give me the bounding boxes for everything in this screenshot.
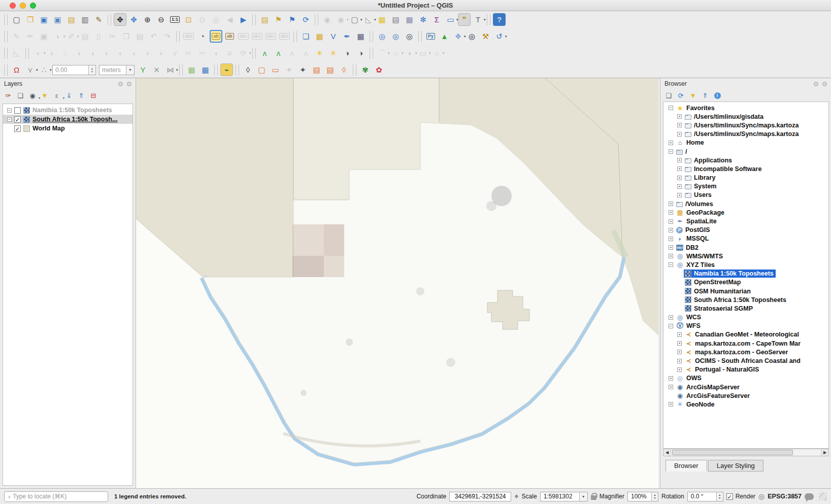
browser-item-xyz-tiles[interactable]: −XYZ Tiles: [663, 260, 828, 269]
browser-item-maps-kartoza-com-capetown-mar[interactable]: +maps.kartoza.com - CapeTown Mar: [663, 339, 828, 348]
undo-redo-panel-dropdown-arrow[interactable]: ▾: [505, 35, 509, 39]
browser-item-library[interactable]: +Library: [663, 174, 828, 182]
browser-item-home[interactable]: +Home: [663, 139, 828, 147]
reshape-features-button[interactable]: ◖: [141, 47, 154, 59]
nib-tool-button[interactable]: ◊: [242, 63, 254, 76]
expander[interactable]: +: [669, 141, 673, 145]
filter-by-expression-button[interactable]: ε▾: [52, 90, 62, 100]
scale-dropdown-arrow[interactable]: ▼: [579, 492, 587, 501]
expander[interactable]: +: [677, 332, 682, 337]
book-add-button[interactable]: ▤: [324, 63, 337, 76]
rotation-spinner[interactable]: ▲▼: [716, 492, 723, 501]
new-shapefile-layer-button[interactable]: V: [327, 30, 340, 43]
fill-ring-button[interactable]: ◖: [100, 47, 113, 59]
decrease-brightness-button[interactable]: ☀: [327, 47, 340, 59]
layer-item-namibia-1-50k-toposheets[interactable]: −Namibia 1:50k Toposheets: [3, 106, 132, 115]
measure-line-button[interactable]: ▭▾: [444, 13, 457, 26]
browser-item-mssql[interactable]: +MSSQL: [663, 234, 828, 243]
undo-redo-panel-button[interactable]: ↺▾: [493, 30, 506, 43]
browser-item-stratosaerial-sgmp[interactable]: Stratosaerial SGMP: [663, 304, 828, 313]
increase-brightness-button[interactable]: ☀: [313, 47, 326, 59]
browser-item-spatialite[interactable]: +SpatiaLite: [663, 217, 828, 225]
redo-button[interactable]: ↷: [161, 30, 174, 43]
pan-map-button[interactable]: ✥: [114, 13, 126, 26]
browser-item-volumes[interactable]: +/Volumes: [663, 199, 828, 208]
modify-attributes-button[interactable]: ▤: [79, 30, 91, 43]
toggle-editing-button[interactable]: ✏: [24, 30, 37, 43]
simplify-feature-button[interactable]: ○: [59, 47, 72, 59]
zoom-next-button[interactable]: ▶: [237, 13, 250, 26]
scrollbar-thumb[interactable]: [672, 450, 793, 455]
magnifier-spinner[interactable]: ▲▼: [651, 492, 658, 501]
zoom-to-layer-button[interactable]: ◎: [210, 13, 222, 26]
expander[interactable]: +: [669, 315, 673, 320]
browser-item-south-africa-1-50k-toposheets[interactable]: South Africa 1:50k Toposheets: [663, 295, 828, 304]
snap-tolerance[interactable]: 0.00▲▼: [52, 65, 96, 75]
statistical-summary-button[interactable]: Σ: [430, 13, 443, 26]
map-tips-button[interactable]: ❞: [458, 13, 471, 26]
draw-regular-polygon-button[interactable]: ○▾: [430, 47, 443, 59]
expander[interactable]: +: [677, 359, 682, 363]
minimize-window-button[interactable]: [20, 3, 26, 9]
new-spatial-bookmark-button[interactable]: ▤: [258, 13, 271, 26]
offset-curve-button[interactable]: ◗: [155, 47, 168, 59]
add-selected-layers-button[interactable]: ❏: [663, 90, 674, 100]
run-feature-action-button[interactable]: ◉▾: [335, 13, 347, 26]
disable-snapping-x-button[interactable]: ✕: [150, 63, 163, 76]
text-annotation-dropdown-arrow[interactable]: ▾: [484, 18, 488, 22]
vertex-align-button[interactable]: ≡: [223, 47, 236, 59]
expander[interactable]: −: [7, 117, 12, 122]
zoom-to-selection-button[interactable]: ⊙: [196, 13, 209, 26]
add-wms-layer-button[interactable]: ◎: [376, 30, 388, 43]
expander[interactable]: −: [7, 108, 12, 113]
expander[interactable]: +: [669, 237, 673, 241]
add-wcs-layer-button[interactable]: ◎: [389, 30, 402, 43]
layer-diagram-button[interactable]: ab: [223, 30, 236, 43]
expander[interactable]: +: [677, 158, 682, 162]
expander[interactable]: +: [677, 341, 682, 346]
browser-item-users-timlinux-sync-maps-kartoza[interactable]: +/Users/timlinux/Sync/maps.kartoza: [663, 130, 828, 139]
draw-ellipse-button[interactable]: ◖▾: [403, 47, 416, 59]
current-edits-button[interactable]: ✎: [10, 30, 23, 43]
layer-visibility-checkbox[interactable]: ✓: [14, 116, 21, 123]
delete-selected-button[interactable]: ▯: [92, 30, 105, 43]
rotate-label-button[interactable]: abc: [264, 30, 277, 43]
close-window-button[interactable]: [10, 3, 16, 9]
digitize-with-segment-button[interactable]: ◖▾: [51, 30, 64, 43]
open-layer-styling-button[interactable]: ✑: [3, 90, 13, 100]
expand-all-button[interactable]: ⇓: [64, 90, 74, 100]
browser-item-users-timlinux-sync-maps-kartoza[interactable]: +/Users/timlinux/Sync/maps.kartoza: [663, 121, 828, 129]
merge-attributes-button[interactable]: ◖: [210, 47, 222, 59]
expander[interactable]: +: [669, 210, 673, 215]
paste-features-button[interactable]: ▤: [134, 30, 146, 43]
messages-icon[interactable]: [805, 493, 814, 500]
virtual-layer-tools-button[interactable]: ❖▾: [452, 30, 464, 43]
expander[interactable]: +: [677, 193, 682, 197]
local-histogram-stretch-button[interactable]: ʌ: [258, 47, 271, 59]
zoom-out-button[interactable]: ⊖: [155, 13, 168, 26]
save-project-button[interactable]: ▣: [38, 13, 50, 26]
wand-secondary-button[interactable]: ✦: [283, 63, 295, 76]
browser-item-canadian-geomet-meteorological[interactable]: +Canadian GeoMet - Meteorological: [663, 330, 828, 339]
split-features-button[interactable]: ⋎: [169, 47, 181, 59]
browser-item-db2[interactable]: +DB2: [663, 243, 828, 252]
coordinate-input[interactable]: [450, 493, 511, 500]
resize-grip[interactable]: [819, 492, 827, 500]
remove-layer-button[interactable]: ⊟: [88, 90, 98, 100]
add-group-button[interactable]: ❏: [15, 90, 25, 100]
leaf-plugin-button[interactable]: ✾: [359, 63, 372, 76]
collapse-all-button[interactable]: ⇑: [76, 90, 86, 100]
expander[interactable]: +: [677, 367, 682, 372]
layer-visibility-checkbox[interactable]: [14, 107, 21, 114]
snap-intersection-dropdown-arrow[interactable]: ▾: [176, 68, 180, 72]
browser-item-namibia-1-50k-toposheets[interactable]: Namibia 1:50k Toposheets: [663, 270, 828, 278]
snap-intersection-button[interactable]: ⋈▾: [164, 63, 177, 76]
scroll-left-arrow[interactable]: ◀: [663, 449, 671, 456]
add-ring-button[interactable]: ◖: [73, 47, 85, 59]
layer-item-world-map[interactable]: ✓World Map: [3, 124, 132, 133]
locate-input[interactable]: [13, 493, 94, 500]
browser-item-postgis[interactable]: +PostGIS: [663, 226, 828, 234]
toggle-extents-icon[interactable]: ⌖: [514, 492, 518, 501]
render-checkbox[interactable]: ✓: [726, 493, 733, 500]
scroll-right-arrow[interactable]: ▶: [821, 449, 828, 456]
